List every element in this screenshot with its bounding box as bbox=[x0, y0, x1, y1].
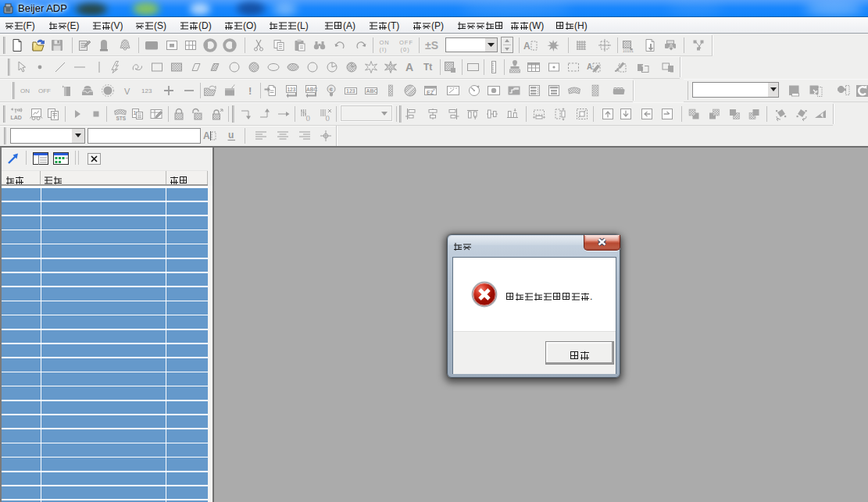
svg-text:ON: ON bbox=[20, 87, 30, 94]
svg-text:123: 123 bbox=[288, 86, 296, 91]
svg-text:LAD: LAD bbox=[11, 115, 22, 120]
svg-text:(): () bbox=[306, 114, 311, 121]
svg-text:A: A bbox=[587, 62, 592, 71]
svg-text:Tt: Tt bbox=[423, 62, 432, 73]
svg-text:A: A bbox=[523, 41, 530, 52]
svg-text:ON: ON bbox=[380, 38, 390, 45]
svg-text:!: ! bbox=[248, 85, 252, 97]
svg-text:EZ: EZ bbox=[427, 89, 434, 94]
svg-text:¢: ¢ bbox=[330, 86, 334, 93]
svg-text:1: 1 bbox=[134, 110, 137, 116]
svg-text:STS: STS bbox=[116, 116, 127, 121]
svg-text:A: A bbox=[405, 61, 413, 73]
svg-text:u: u bbox=[228, 130, 234, 141]
svg-text:123: 123 bbox=[346, 88, 355, 94]
svg-text:ABC: ABC bbox=[306, 86, 317, 91]
svg-text:ABC: ABC bbox=[366, 88, 378, 94]
svg-text:±S: ±S bbox=[425, 39, 438, 52]
svg-text:V: V bbox=[124, 87, 130, 96]
svg-text:A: A bbox=[203, 130, 210, 141]
svg-text:(0): (0) bbox=[401, 45, 410, 52]
svg-text:(): () bbox=[326, 114, 330, 121]
svg-text:123: 123 bbox=[141, 87, 152, 94]
svg-text:(I): (I) bbox=[380, 45, 388, 52]
svg-text:10101: 10101 bbox=[623, 48, 634, 52]
svg-text:OFF: OFF bbox=[38, 87, 51, 94]
svg-text:OFF: OFF bbox=[399, 38, 413, 45]
